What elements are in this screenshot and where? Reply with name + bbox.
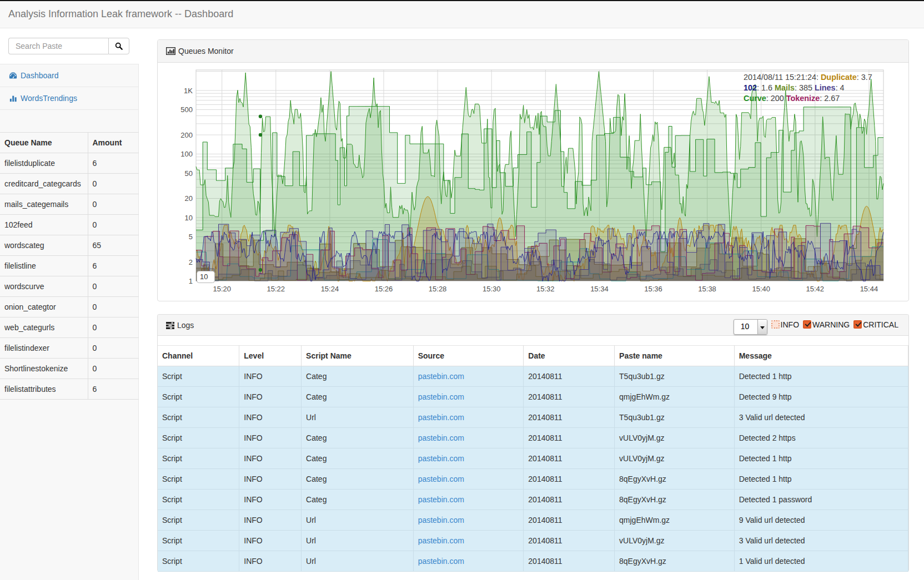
svg-text:10: 10	[200, 273, 208, 281]
svg-text:2: 2	[189, 258, 193, 266]
svg-text:15:28: 15:28	[429, 285, 447, 293]
svg-text:15:26: 15:26	[375, 285, 393, 293]
svg-text:15:44: 15:44	[860, 285, 878, 293]
svg-text:Curve: 200 Tokenize: 2.67: Curve: 200 Tokenize: 2.67	[744, 94, 840, 103]
svg-text:1K: 1K	[184, 87, 193, 95]
svg-text:15:34: 15:34	[590, 285, 609, 293]
svg-text:2014/08/11 15:21:24: Duplicate: 2014/08/11 15:21:24: Duplicate: 3.7	[744, 73, 872, 82]
svg-text:1: 1	[189, 277, 193, 285]
svg-text:15:24: 15:24	[321, 285, 339, 293]
svg-text:15:38: 15:38	[698, 285, 716, 293]
svg-text:500: 500	[180, 105, 193, 114]
svg-text:15:32: 15:32	[536, 285, 555, 293]
svg-text:200: 200	[180, 131, 193, 139]
svg-text:15:42: 15:42	[806, 285, 825, 293]
svg-text:5: 5	[189, 233, 193, 241]
svg-text:20: 20	[185, 194, 193, 203]
svg-text:15:20: 15:20	[213, 285, 231, 293]
svg-text:15:40: 15:40	[752, 285, 770, 293]
svg-text:15:22: 15:22	[267, 285, 285, 293]
svg-text:10: 10	[185, 214, 193, 222]
svg-text:102: 1.6 Mails: 385 Lines: 4: 102: 1.6 Mails: 385 Lines: 4	[744, 83, 845, 92]
svg-text:15:36: 15:36	[644, 285, 662, 293]
svg-text:15:30: 15:30	[483, 285, 501, 293]
svg-text:50: 50	[185, 169, 193, 178]
svg-text:100: 100	[180, 150, 193, 158]
